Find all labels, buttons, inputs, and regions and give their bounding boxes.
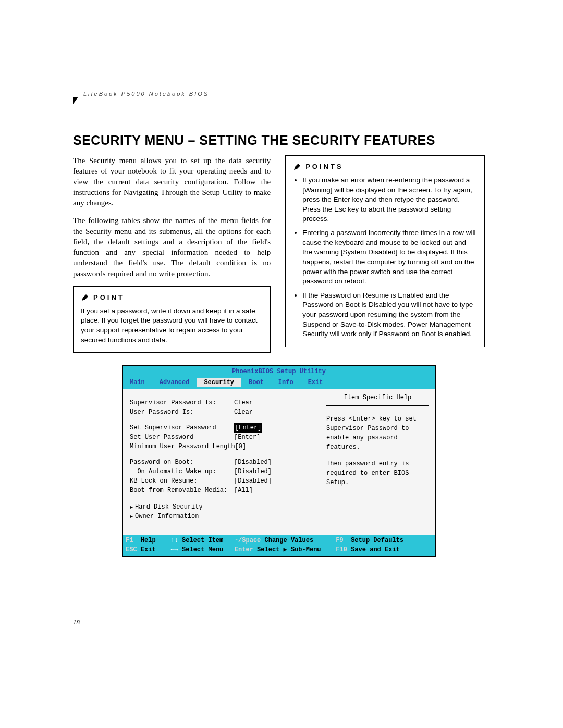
bios-submenus: Hard Disk Security Owner Information — [130, 502, 317, 521]
right-column: POINTS If you make an error when re-ente… — [285, 155, 485, 353]
bios-tab-security: Security — [197, 378, 241, 387]
points-label: POINTS — [305, 162, 343, 171]
header-rule — [73, 89, 485, 89]
left-column: The Security menu allows you to set up t… — [73, 155, 271, 353]
corner-marker-icon — [73, 97, 78, 104]
bios-row: Boot from Removable Media:[All] — [130, 486, 317, 495]
bios-row: KB Lock on Resume:[Disabled] — [130, 476, 317, 486]
page-number: 18 — [73, 618, 80, 626]
point-text: If you set a password, write it down and… — [81, 306, 263, 346]
page: LifeBook P5000 Notebook BIOS SECURITY ME… — [0, 0, 563, 728]
points-item: Entering a password incorrectly three ti… — [302, 228, 477, 287]
bios-tab-advanced: Advanced — [152, 378, 197, 387]
bios-row: Supervisor Password Is:Clear — [130, 398, 317, 408]
point-label: POINT — [93, 293, 125, 302]
bios-row: User Password Is:Clear — [130, 408, 317, 417]
bios-row: On Automatic Wake up:[Disabled] — [130, 467, 317, 476]
points-item: If you make an error when re-entering th… — [302, 176, 477, 224]
points-callout: POINTS If you make an error when re-ente… — [285, 155, 485, 347]
page-title: SECURITY MENU – SETTING THE SECURITY FEA… — [73, 133, 485, 148]
point-callout: POINT If you set a password, write it do… — [73, 286, 271, 353]
bios-row: Minimum User Password Length[0] — [130, 442, 317, 451]
bios-row: Password on Boot:[Disabled] — [130, 458, 317, 467]
point-heading: POINT — [81, 293, 263, 302]
intro-paragraph-1: The Security menu allows you to set up t… — [73, 155, 271, 208]
pen-icon — [293, 163, 301, 171]
bios-settings-pane: Supervisor Password Is:Clear User Passwo… — [123, 389, 320, 535]
points-list: If you make an error when re-entering th… — [293, 176, 477, 339]
bios-tab-boot: Boot — [241, 378, 271, 387]
bios-help-title: Item Specific Help — [326, 392, 429, 406]
bios-submenu-item: Hard Disk Security — [130, 502, 317, 512]
pen-icon — [81, 293, 89, 302]
bios-submenu-item: Owner Information — [130, 512, 317, 521]
intro-paragraph-2: The following tables show the names of t… — [73, 215, 271, 279]
bios-help-text: Press <Enter> key to set Supervisor Pass… — [326, 414, 429, 452]
bios-tab-info: Info — [271, 378, 301, 387]
points-heading: POINTS — [293, 162, 477, 171]
bios-row: Set User Password[Enter] — [130, 433, 317, 442]
bios-menu-bar: Main Advanced Security Boot Info Exit — [123, 377, 435, 389]
bios-screenshot: PhoenixBIOS Setup Utility Main Advanced … — [122, 365, 436, 557]
running-header: LifeBook P5000 Notebook BIOS — [83, 91, 209, 97]
bios-footer: F1 Help ↑↓ Select Item -/Space Change Va… — [123, 535, 435, 556]
two-column-layout: The Security menu allows you to set up t… — [73, 155, 485, 353]
bios-help-text: Then password entry is required to enter… — [326, 459, 429, 487]
bios-row: Set Supervisor Password[Enter] — [130, 423, 317, 433]
bios-tab-main: Main — [123, 378, 152, 387]
content-area: SECURITY MENU – SETTING THE SECURITY FEA… — [73, 133, 485, 557]
points-item: If the Password on Resume is Enabled and… — [302, 291, 477, 339]
bios-title: PhoenixBIOS Setup Utility — [123, 366, 435, 377]
bios-tab-exit: Exit — [301, 378, 331, 387]
bios-body: Supervisor Password Is:Clear User Passwo… — [123, 389, 435, 535]
bios-help-pane: Item Specific Help Press <Enter> key to … — [320, 389, 435, 535]
